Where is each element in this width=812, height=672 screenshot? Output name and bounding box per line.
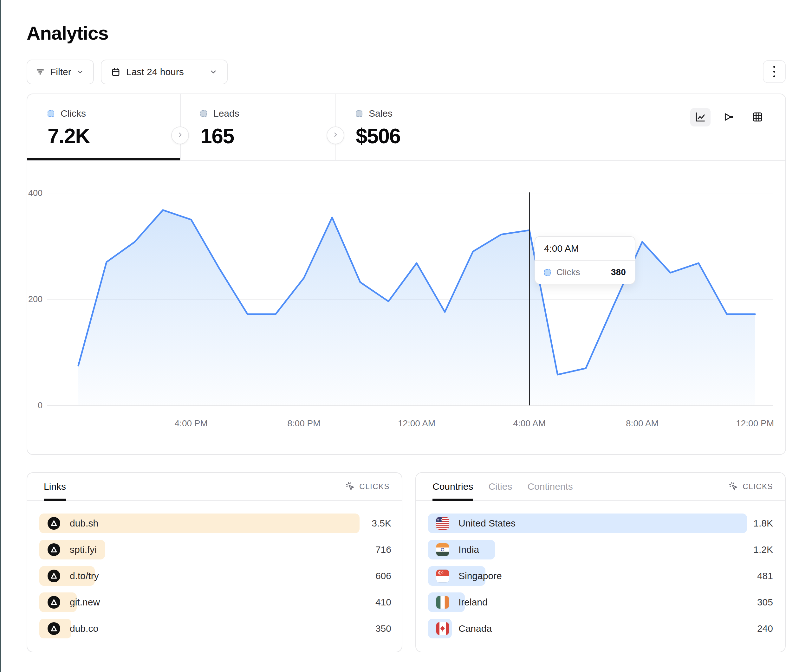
link-row-d-to-try[interactable]: d.to/try606 [39, 566, 402, 586]
x-axis-tick: 12:00 PM [736, 418, 774, 428]
filter-button-label: Filter [50, 67, 71, 77]
x-axis-tick: 8:00 AM [626, 418, 658, 428]
row-label: Singapore [459, 571, 502, 582]
row-label: d.to/try [70, 571, 99, 582]
geo-tab-countries[interactable]: Countries [432, 473, 473, 501]
flag-ie-icon [436, 596, 449, 609]
country-row-united-states[interactable]: United States1.8K [428, 513, 785, 533]
flag-in-icon [436, 543, 449, 556]
y-axis-tick: 0 [38, 401, 43, 410]
row-value: 240 [757, 619, 773, 638]
expand-stat-button[interactable] [171, 126, 189, 144]
links-panel: Links CLICKS dub.sh3.5Kspti.fyi716d.to/t… [27, 472, 403, 652]
dub-logo-icon [48, 622, 60, 635]
row-value: 716 [375, 540, 391, 559]
geo-tab-continents[interactable]: Continents [527, 473, 573, 501]
row-label: Ireland [459, 597, 488, 608]
chevron-right-icon [332, 131, 339, 140]
row-value: 606 [375, 566, 391, 586]
tooltip-time: 4:00 AM [535, 237, 635, 261]
stat-label: Sales [369, 108, 392, 119]
chevron-right-icon [177, 131, 184, 140]
stat-tab-sales[interactable]: Sales$506 [336, 94, 684, 161]
row-value: 481 [757, 566, 773, 586]
row-value: 1.8K [753, 513, 773, 533]
row-label: dub.sh [70, 518, 98, 529]
stat-value: $506 [356, 124, 684, 148]
stat-tab-clicks[interactable]: Clicks7.2K [27, 94, 180, 161]
flag-ca-icon [436, 622, 449, 635]
links-metric-label: CLICKS [359, 482, 390, 491]
series-marker-icon [200, 110, 207, 117]
filter-icon [36, 67, 45, 77]
link-row-dub-co[interactable]: dub.co350 [39, 619, 402, 638]
active-stat-underline [27, 158, 180, 160]
kebab-icon [773, 66, 775, 77]
flag-us-icon [436, 517, 449, 530]
x-axis-tick: 12:00 AM [398, 418, 435, 428]
link-row-dub-sh[interactable]: dub.sh3.5K [39, 513, 402, 533]
row-label: spti.fyi [70, 544, 97, 555]
row-value: 410 [375, 592, 391, 612]
link-row-git-new[interactable]: git.new410 [39, 592, 402, 612]
date-range-button[interactable]: Last 24 hours [101, 60, 228, 84]
country-row-ireland[interactable]: Ireland305 [428, 592, 785, 612]
line-chart-view-button[interactable] [690, 108, 711, 126]
x-axis-tick: 4:00 AM [513, 418, 546, 428]
geo-tab-cities[interactable]: Cities [488, 473, 512, 501]
dub-logo-icon [48, 570, 60, 582]
stat-value: 165 [200, 124, 336, 148]
analytics-page: Analytics Filter Last 24 hours Clicks7.2… [0, 0, 812, 672]
y-axis-tick: 200 [28, 295, 43, 304]
line-chart-icon [695, 111, 706, 124]
flag-sg-icon [436, 570, 449, 582]
filter-button[interactable]: Filter [27, 60, 94, 84]
stat-label: Leads [213, 108, 239, 119]
chevron-down-icon [209, 68, 218, 76]
row-value: 1.2K [753, 540, 773, 559]
geo-panel-header: CountriesCitiesContinents CLICKS [416, 473, 785, 501]
left-edge-divider [0, 0, 1, 672]
calendar-icon [111, 67, 121, 77]
stat-tab-leads[interactable]: Leads165 [180, 94, 336, 161]
row-label: United States [459, 518, 515, 529]
link-row-spti-fyi[interactable]: spti.fyi716 [39, 540, 402, 559]
cursor-click-icon [345, 481, 355, 492]
chevron-down-icon [77, 68, 84, 76]
row-value: 305 [757, 592, 773, 612]
geo-metric-label: CLICKS [742, 482, 773, 491]
expand-stat-button[interactable] [327, 126, 345, 144]
row-label: dub.co [70, 623, 98, 634]
more-options-button[interactable] [763, 60, 786, 83]
dub-logo-icon [48, 517, 60, 530]
stats-header: Clicks7.2KLeads165Sales$506 [27, 94, 785, 161]
country-row-canada[interactable]: Canada240 [428, 619, 785, 638]
series-marker-icon [356, 110, 362, 117]
tooltip-value: 380 [611, 267, 626, 277]
row-label: Canada [459, 623, 492, 634]
funnel-chart-view-button[interactable] [719, 108, 739, 126]
links-panel-header: Links CLICKS [27, 473, 402, 501]
row-label: India [459, 544, 479, 555]
analytics-card: Clicks7.2KLeads165Sales$506 02004004:00 … [27, 94, 786, 455]
dub-logo-icon [48, 596, 60, 609]
table-grid-icon [752, 111, 763, 124]
date-range-label: Last 24 hours [126, 67, 184, 77]
chart-tooltip: 4:00 AM Clicks 380 [535, 236, 635, 284]
cursor-click-icon [728, 481, 739, 492]
country-row-singapore[interactable]: Singapore481 [428, 566, 785, 586]
x-axis-tick: 8:00 PM [287, 418, 320, 428]
dub-logo-icon [48, 543, 60, 556]
stat-value: 7.2K [48, 124, 180, 148]
links-tab-links[interactable]: Links [44, 473, 66, 501]
area-chart-svg: 02004004:00 PM8:00 PM12:00 AM4:00 AM8:00… [27, 161, 785, 455]
clicks-chart[interactable]: 02004004:00 PM8:00 PM12:00 AM4:00 AM8:00… [27, 161, 785, 455]
table-grid-view-button[interactable] [747, 108, 768, 126]
series-marker-icon [48, 110, 54, 117]
tooltip-series-label: Clicks [556, 267, 605, 277]
y-axis-tick: 400 [28, 188, 43, 198]
row-value: 3.5K [372, 513, 391, 533]
stat-label: Clicks [61, 108, 86, 119]
country-row-india[interactable]: India1.2K [428, 540, 785, 559]
chart-view-toggle [690, 108, 768, 126]
